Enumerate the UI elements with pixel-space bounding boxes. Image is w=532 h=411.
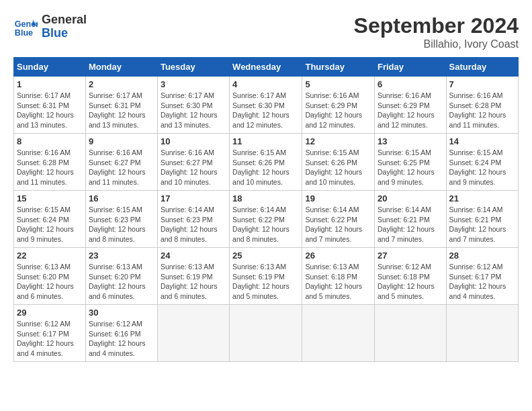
day-number: 13	[378, 136, 443, 146]
day-info: Sunrise: 6:16 AMSunset: 6:28 PMDaylight:…	[17, 148, 83, 187]
month-title: September 2024	[354, 13, 519, 38]
day-info: Sunrise: 6:14 AMSunset: 6:21 PMDaylight:…	[378, 205, 443, 244]
calendar-cell: 30Sunrise: 6:12 AMSunset: 6:16 PMDayligh…	[85, 305, 157, 362]
header-wednesday: Wednesday	[230, 58, 302, 77]
calendar-cell: 14Sunrise: 6:15 AMSunset: 6:24 PMDayligh…	[446, 134, 518, 191]
calendar-cell: 18Sunrise: 6:14 AMSunset: 6:22 PMDayligh…	[230, 191, 302, 248]
logo: General Blue GeneralBlue	[13, 13, 87, 40]
week-row-1: 1Sunrise: 6:17 AMSunset: 6:31 PMDaylight…	[14, 77, 519, 134]
header-friday: Friday	[375, 58, 447, 77]
day-info: Sunrise: 6:15 AMSunset: 6:26 PMDaylight:…	[232, 148, 299, 187]
day-number: 22	[17, 250, 83, 261]
header-tuesday: Tuesday	[157, 58, 229, 77]
calendar-cell: 20Sunrise: 6:14 AMSunset: 6:21 PMDayligh…	[375, 191, 447, 248]
day-number: 21	[449, 193, 515, 203]
day-info: Sunrise: 6:16 AMSunset: 6:29 PMDaylight:…	[305, 91, 371, 130]
day-info: Sunrise: 6:13 AMSunset: 6:20 PMDaylight:…	[17, 262, 83, 302]
day-info: Sunrise: 6:15 AMSunset: 6:26 PMDaylight:…	[305, 148, 371, 187]
calendar-cell: 22Sunrise: 6:13 AMSunset: 6:20 PMDayligh…	[14, 248, 86, 305]
logo-icon: General Blue	[13, 15, 38, 39]
calendar-cell	[446, 305, 518, 362]
calendar-cell: 5Sunrise: 6:16 AMSunset: 6:29 PMDaylight…	[302, 77, 375, 134]
calendar-cell: 26Sunrise: 6:13 AMSunset: 6:18 PMDayligh…	[302, 248, 375, 305]
day-info: Sunrise: 6:14 AMSunset: 6:22 PMDaylight:…	[232, 205, 299, 244]
header-sunday: Sunday	[14, 58, 86, 77]
calendar-cell	[302, 305, 375, 362]
calendar-cell: 7Sunrise: 6:16 AMSunset: 6:28 PMDaylight…	[446, 77, 518, 134]
day-info: Sunrise: 6:17 AMSunset: 6:30 PMDaylight:…	[232, 91, 299, 130]
day-info: Sunrise: 6:17 AMSunset: 6:30 PMDaylight:…	[161, 91, 226, 130]
week-row-5: 29Sunrise: 6:12 AMSunset: 6:17 PMDayligh…	[14, 305, 519, 362]
day-number: 11	[232, 136, 299, 146]
day-info: Sunrise: 6:12 AMSunset: 6:17 PMDaylight:…	[17, 319, 83, 359]
day-number: 15	[17, 193, 83, 203]
calendar-cell: 21Sunrise: 6:14 AMSunset: 6:21 PMDayligh…	[446, 191, 518, 248]
calendar-cell: 16Sunrise: 6:15 AMSunset: 6:23 PMDayligh…	[85, 191, 157, 248]
calendar-cell: 10Sunrise: 6:16 AMSunset: 6:27 PMDayligh…	[157, 134, 229, 191]
title-area: September 2024 Billahio, Ivory Coast	[354, 13, 519, 50]
day-info: Sunrise: 6:14 AMSunset: 6:22 PMDaylight:…	[305, 205, 371, 244]
day-info: Sunrise: 6:12 AMSunset: 6:18 PMDaylight:…	[378, 262, 443, 302]
calendar-cell: 4Sunrise: 6:17 AMSunset: 6:30 PMDaylight…	[230, 77, 302, 134]
calendar-table: Sunday Monday Tuesday Wednesday Thursday…	[13, 57, 519, 362]
week-row-3: 15Sunrise: 6:15 AMSunset: 6:24 PMDayligh…	[14, 191, 519, 248]
day-number: 19	[305, 193, 371, 203]
day-number: 23	[89, 250, 154, 261]
day-info: Sunrise: 6:15 AMSunset: 6:23 PMDaylight:…	[89, 205, 154, 244]
calendar-cell: 23Sunrise: 6:13 AMSunset: 6:20 PMDayligh…	[85, 248, 157, 305]
calendar-cell	[157, 305, 229, 362]
day-number: 30	[89, 308, 154, 318]
day-number: 18	[232, 193, 299, 203]
calendar-cell: 1Sunrise: 6:17 AMSunset: 6:31 PMDaylight…	[14, 77, 86, 134]
calendar-cell: 11Sunrise: 6:15 AMSunset: 6:26 PMDayligh…	[230, 134, 302, 191]
day-info: Sunrise: 6:15 AMSunset: 6:24 PMDaylight:…	[449, 148, 515, 187]
day-number: 2	[89, 79, 154, 89]
day-info: Sunrise: 6:13 AMSunset: 6:19 PMDaylight:…	[161, 262, 226, 302]
day-number: 8	[17, 136, 83, 146]
day-info: Sunrise: 6:15 AMSunset: 6:25 PMDaylight:…	[378, 148, 443, 187]
day-number: 6	[378, 79, 443, 89]
day-info: Sunrise: 6:17 AMSunset: 6:31 PMDaylight:…	[17, 91, 83, 130]
day-info: Sunrise: 6:13 AMSunset: 6:18 PMDaylight:…	[305, 262, 371, 302]
day-number: 16	[89, 193, 154, 203]
day-number: 27	[378, 250, 443, 261]
header-thursday: Thursday	[302, 58, 375, 77]
day-info: Sunrise: 6:13 AMSunset: 6:19 PMDaylight:…	[232, 262, 299, 302]
day-info: Sunrise: 6:17 AMSunset: 6:31 PMDaylight:…	[89, 91, 154, 130]
day-number: 17	[161, 193, 226, 203]
day-number: 20	[378, 193, 443, 203]
day-info: Sunrise: 6:15 AMSunset: 6:24 PMDaylight:…	[17, 205, 83, 244]
day-info: Sunrise: 6:16 AMSunset: 6:29 PMDaylight:…	[378, 91, 443, 130]
calendar-cell: 9Sunrise: 6:16 AMSunset: 6:27 PMDaylight…	[85, 134, 157, 191]
day-info: Sunrise: 6:12 AMSunset: 6:16 PMDaylight:…	[89, 319, 154, 359]
logo-text: GeneralBlue	[42, 13, 87, 40]
calendar-cell: 28Sunrise: 6:12 AMSunset: 6:17 PMDayligh…	[446, 248, 518, 305]
calendar-cell: 24Sunrise: 6:13 AMSunset: 6:19 PMDayligh…	[157, 248, 229, 305]
day-number: 7	[449, 79, 515, 89]
calendar-cell: 19Sunrise: 6:14 AMSunset: 6:22 PMDayligh…	[302, 191, 375, 248]
calendar-cell	[375, 305, 447, 362]
calendar-cell: 13Sunrise: 6:15 AMSunset: 6:25 PMDayligh…	[375, 134, 447, 191]
week-row-4: 22Sunrise: 6:13 AMSunset: 6:20 PMDayligh…	[14, 248, 519, 305]
day-info: Sunrise: 6:16 AMSunset: 6:28 PMDaylight:…	[449, 91, 515, 130]
calendar-cell: 8Sunrise: 6:16 AMSunset: 6:28 PMDaylight…	[14, 134, 86, 191]
day-info: Sunrise: 6:16 AMSunset: 6:27 PMDaylight:…	[89, 148, 154, 187]
calendar-cell: 17Sunrise: 6:14 AMSunset: 6:23 PMDayligh…	[157, 191, 229, 248]
calendar-cell: 27Sunrise: 6:12 AMSunset: 6:18 PMDayligh…	[375, 248, 447, 305]
day-number: 25	[232, 250, 299, 261]
calendar-cell	[230, 305, 302, 362]
day-number: 14	[449, 136, 515, 146]
day-number: 9	[89, 136, 154, 146]
day-number: 10	[161, 136, 226, 146]
day-info: Sunrise: 6:14 AMSunset: 6:21 PMDaylight:…	[449, 205, 515, 244]
header-saturday: Saturday	[446, 58, 518, 77]
calendar-cell: 25Sunrise: 6:13 AMSunset: 6:19 PMDayligh…	[230, 248, 302, 305]
day-number: 4	[232, 79, 299, 89]
day-number: 24	[161, 250, 226, 261]
calendar-cell: 3Sunrise: 6:17 AMSunset: 6:30 PMDaylight…	[157, 77, 229, 134]
day-number: 29	[17, 308, 83, 318]
day-number: 12	[305, 136, 371, 146]
header-monday: Monday	[85, 58, 157, 77]
day-info: Sunrise: 6:12 AMSunset: 6:17 PMDaylight:…	[449, 262, 515, 302]
day-number: 3	[161, 79, 226, 89]
